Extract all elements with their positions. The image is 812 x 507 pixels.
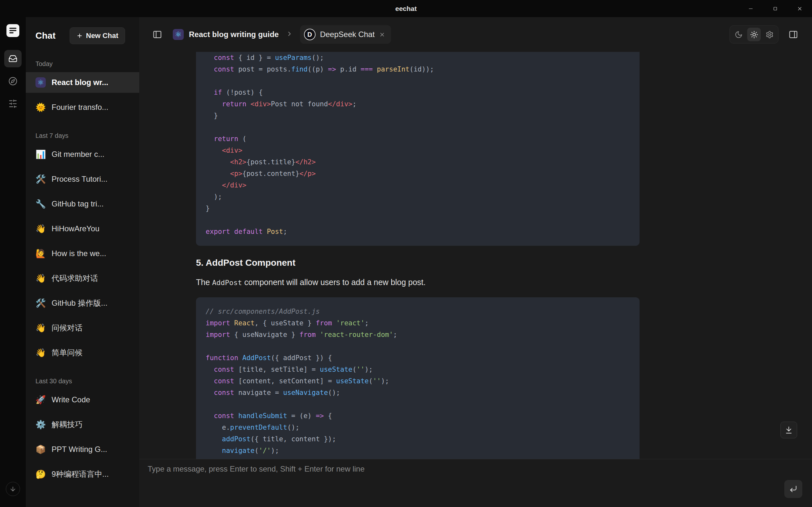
chat-list-item[interactable]: 👋简单问候 <box>26 342 139 363</box>
message-paragraph: The AddPost component will allow users t… <box>196 277 640 288</box>
minimize-icon <box>748 6 754 12</box>
chevron-right-icon <box>286 30 293 39</box>
main-panel: ⚛ React blog writing guide D DeepSeek Ch… <box>139 17 812 507</box>
code-line: const post = posts.find((p) => p.id === … <box>206 63 630 75</box>
theme-settings-button[interactable] <box>763 28 776 41</box>
chat-list-item[interactable]: 🚀Write Code <box>26 389 139 410</box>
code-line <box>206 340 630 352</box>
model-tab-label: DeepSeek Chat <box>320 30 374 39</box>
chat-item-label: GitHub tag tri... <box>52 200 103 209</box>
chat-list-item[interactable]: 📦PPT Writing G... <box>26 439 139 460</box>
code-line: const [content, setContent] = useState('… <box>206 375 630 387</box>
app-shell: Chat New Chat Today⚛React blog wr...🌞Fou… <box>0 17 812 507</box>
chat-list-item[interactable]: 🙋How is the we... <box>26 243 139 264</box>
chat-group-label: Last 30 days <box>26 367 139 389</box>
app-logo-icon <box>6 24 19 37</box>
code-line <box>206 75 630 87</box>
code-line: // src/components/AddPost.js <box>206 306 630 317</box>
chat-emoji-icon: ⚙️ <box>36 420 46 430</box>
code-line: import React, { useState } from 'react'; <box>206 317 630 329</box>
chat-list-item[interactable]: ⚙️解耦技巧 <box>26 414 139 435</box>
plus-icon <box>77 33 83 39</box>
maximize-button[interactable] <box>763 0 788 17</box>
enter-icon <box>789 485 798 493</box>
sidebar-header: Chat New Chat <box>26 17 139 50</box>
arrow-down-icon <box>9 486 16 493</box>
chat-emoji-icon: 🔧 <box>36 199 46 209</box>
toggle-sidebar-button[interactable] <box>150 27 164 42</box>
paragraph-text: component will allow users to add a new … <box>242 278 426 287</box>
breadcrumb-title: React blog writing guide <box>189 30 279 39</box>
compass-icon <box>8 77 17 86</box>
code-line <box>206 214 630 226</box>
code-line: <h2>{post.title}</h2> <box>206 156 630 168</box>
theme-switcher <box>729 25 778 44</box>
react-icon: ⚛ <box>36 77 46 88</box>
code-line: const [title, setTitle] = useState(''); <box>206 364 630 375</box>
chat-item-label: GitHub 操作版... <box>52 298 107 308</box>
titlebar: eechat <box>0 0 812 17</box>
chat-item-label: PPT Writing G... <box>52 445 107 454</box>
sidebar: Chat New Chat Today⚛React blog wr...🌞Fou… <box>26 17 139 507</box>
chat-item-label: 简单问候 <box>52 347 83 358</box>
new-chat-label: New Chat <box>86 32 118 40</box>
code-block-2: // src/components/AddPost.jsimport React… <box>196 297 640 459</box>
toggle-right-panel-button[interactable] <box>786 27 800 42</box>
code-line: const handleSubmit = (e) => { <box>206 410 630 421</box>
code-line: <div> <box>206 145 630 156</box>
code-line: return ( <box>206 133 630 145</box>
inline-code: AddPost <box>212 279 242 287</box>
chat-content: const { id } = useParams(); const post =… <box>139 52 812 459</box>
theme-light-button[interactable] <box>747 28 761 41</box>
code-line: import { useNavigate } from 'react-route… <box>206 329 630 340</box>
chat-list-item[interactable]: 🛠️GitHub 操作版... <box>26 293 139 314</box>
left-rail <box>0 17 26 507</box>
chat-list-item[interactable]: 👋问候对话 <box>26 318 139 338</box>
code-line: const navigate = useNavigate(); <box>206 387 630 398</box>
chat-group-label: Today <box>26 50 139 72</box>
rail-discover-button[interactable] <box>4 72 21 90</box>
deepseek-icon: D <box>304 29 316 40</box>
moon-icon <box>734 31 743 39</box>
chat-list-item[interactable]: 🌞Fourier transfo... <box>26 97 139 118</box>
close-icon <box>797 6 803 12</box>
chat-list-item[interactable]: ⚛React blog wr... <box>26 72 139 93</box>
tab-close-button[interactable] <box>379 32 385 38</box>
message-input[interactable] <box>148 464 767 502</box>
chat-item-label: HiHowAreYou <box>52 224 100 233</box>
model-tab[interactable]: D DeepSeek Chat <box>300 25 391 44</box>
react-icon: ⚛ <box>173 29 184 40</box>
assistant-message: const { id } = useParams(); const post =… <box>196 52 640 459</box>
chat-list-item[interactable]: 🛠️Process Tutori... <box>26 169 139 189</box>
chat-emoji-icon: 👋 <box>36 274 46 283</box>
rail-chat-button[interactable] <box>4 50 21 67</box>
chat-item-label: 代码求助对话 <box>52 273 98 283</box>
inbox-icon <box>8 54 17 63</box>
rail-settings-button[interactable] <box>4 95 21 112</box>
chat-list-item[interactable]: 👋HiHowAreYou <box>26 218 139 239</box>
chat-list-item[interactable]: 🔧GitHub tag tri... <box>26 193 139 214</box>
minimize-button[interactable] <box>739 0 763 17</box>
chat-emoji-icon: 👋 <box>36 348 46 358</box>
rail-scroll-down-button[interactable] <box>6 482 20 496</box>
theme-dark-button[interactable] <box>732 28 745 41</box>
chat-emoji-icon: 🛠️ <box>36 174 46 184</box>
code-line: } <box>206 110 630 121</box>
chat-list-item[interactable]: 🤔9种编程语言中... <box>26 464 139 485</box>
header-right <box>729 25 800 44</box>
chat-list: Today⚛React blog wr...🌞Fourier transfo..… <box>26 50 139 507</box>
close-button[interactable] <box>788 0 812 17</box>
breadcrumb: ⚛ React blog writing guide <box>173 29 293 40</box>
send-button[interactable] <box>784 480 802 498</box>
chat-list-item[interactable]: 📊Git member c... <box>26 144 139 165</box>
chat-list-item[interactable]: 👋代码求助对话 <box>26 268 139 289</box>
chat-emoji-icon: 📦 <box>36 445 46 454</box>
chat-item-label: How is the we... <box>52 249 106 258</box>
chat-emoji-icon: 🤔 <box>36 469 46 479</box>
code-line: navigate('/'); <box>206 445 630 456</box>
scroll-to-bottom-button[interactable] <box>780 421 797 438</box>
chat-emoji-icon: 📊 <box>36 150 46 160</box>
sun-icon <box>750 31 758 39</box>
chat-item-label: Git member c... <box>52 150 104 159</box>
new-chat-button[interactable]: New Chat <box>70 27 125 44</box>
